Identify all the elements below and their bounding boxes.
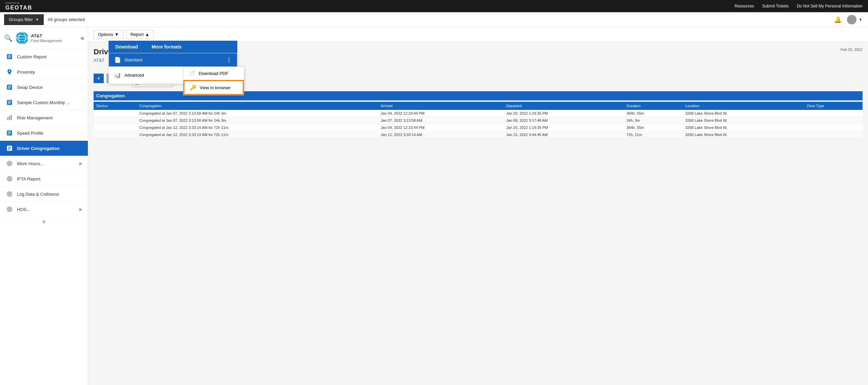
cell-departed: Jan 08, 2022 3:17:48 AM [504,117,624,124]
sidebar-item-hos[interactable]: HOS... ▶ [0,202,88,217]
options-arrow-icon: ▼ [115,32,119,37]
powered-by: powered by GEOTAB [5,1,32,11]
top-right-icons: 🔔 ▼ [834,15,863,24]
sidebar-item-log-data[interactable]: Log Data & Collisions [0,187,88,202]
format-item-standard[interactable]: 📄 Standard ⋮ [109,53,237,67]
standard-dots-icon[interactable]: ⋮ [226,57,232,63]
more-formats-tab[interactable]: More formats [145,41,189,53]
cell-location: 3268 Lake Shore Blvd W, [683,124,804,131]
risk-management-label: Risk Management [17,115,53,120]
cell-duration: 72h, 11m [624,131,683,138]
advanced-label: Advanced [124,73,144,78]
col-arrived: Arrived [378,102,504,110]
company-sub: Fleet Management [31,39,62,43]
sidebar-item-work-hours[interactable]: Work Hours... ▶ [0,156,88,171]
download-pdf-label: Download PDF [199,71,228,76]
sidebar: 🔍 AT&T Fleet Management ◀ [0,27,88,385]
report-button[interactable]: Report ▲ [126,30,154,39]
custom-report-icon [5,53,14,61]
logo-area: powered by GEOTAB [5,1,32,11]
submit-tickets-link[interactable]: Submit Tickets [762,4,789,8]
sidebar-item-swap-device[interactable]: Swap Device [0,80,88,95]
download-pdf-item[interactable]: 📄 Download PDF [183,67,244,80]
standard-doc-icon: 📄 [114,57,121,63]
cell-departed: Jan 20, 2022 1:19:35 PM [504,110,624,117]
cell-device [94,110,137,117]
view-browser-item[interactable]: 🔑 View in browser [183,80,244,95]
pdf-icon: 📄 [189,70,195,76]
sample-custom-monthly-label: Sample Custom Monthly ... [17,100,70,105]
cell-zone-type [804,131,863,138]
sidebar-scroll-down[interactable]: ▼ [0,217,88,227]
sidebar-item-custom-report[interactable]: Custom Report [0,49,88,64]
sample-custom-monthly-icon [5,98,14,107]
groups-filter-button[interactable]: Groups filter ▼ [4,14,44,25]
notification-bell-icon[interactable]: 🔔 [834,16,842,23]
options-button[interactable]: Options ▼ [94,30,123,39]
data-table: Device Congregation Arrived Departed Dur… [94,102,863,138]
cell-departed: Jan 20, 2022 1:19:35 PM [504,124,624,131]
sidebar-item-risk-management[interactable]: Risk Management [0,110,88,126]
user-area[interactable]: ▼ [847,15,863,24]
proximity-icon [5,68,14,76]
logo-text: GEOTAB [5,4,32,11]
content-area: Options ▼ Report ▲ Download More formats [88,27,868,385]
top-nav-links: Resources Submit Tickets Do Not Sell My … [735,4,863,8]
svg-point-10 [7,207,13,212]
cell-arrived: Jan 04, 2022 12:23:44 PM [378,124,504,131]
sidebar-item-driver-congregation[interactable]: Driver Congregation [0,141,88,156]
col-duration: Duration [624,102,683,110]
advanced-submenu: 📄 Download PDF 🔑 View in browser [183,66,244,95]
svg-rect-4 [7,117,8,120]
report-date-info: Feb 02, 2022 [841,47,863,52]
congregation-header-label: Congregation [96,93,125,98]
report-arrow-icon: ▲ [145,32,150,37]
resources-link[interactable]: Resources [735,4,754,8]
cell-location: 3260 Lake Shore Blvd W, [683,131,804,138]
log-data-icon [5,190,14,198]
driver-congregation-icon [5,144,14,152]
do-not-sell-link[interactable]: Do Not Sell My Personal Information [797,4,863,8]
table-header: Device Congregation Arrived Departed Dur… [94,102,863,110]
table-row[interactable]: Congregated at Jan 12, 2022 3:33:14 AM f… [94,124,863,131]
table-row[interactable]: Congregated at Jan 07, 2022 3:13:58 AM f… [94,110,863,117]
standard-label: Standard [124,57,142,62]
sidebar-item-speed-profile[interactable]: Speed Profile [0,126,88,141]
table-header-row: Device Congregation Arrived Departed Dur… [94,102,863,110]
sidebar-collapse-button[interactable]: ◀ [80,35,84,41]
col-congregation: Congregation [137,102,378,110]
options-label: Options [98,32,113,37]
svg-point-8 [7,176,13,182]
svg-rect-5 [9,116,10,120]
groups-selection-text: All groups selected [48,17,85,22]
cell-device [94,131,137,138]
col-departed: Departed [504,102,624,110]
sidebar-item-ifta-report[interactable]: IFTA Report [0,171,88,187]
driver-congregation-label: Driver Congregation [17,146,60,151]
cell-duration: 384h, 55m [624,124,683,131]
speed-profile-label: Speed Profile [17,131,43,136]
att-logo-ball [16,32,28,44]
download-tab[interactable]: Download [108,41,145,53]
cell-device [94,124,137,131]
table-row[interactable]: Congregated at Jan 07, 2022 3:13:58 AM f… [94,117,863,124]
cell-congregation: Congregated at Jan 07, 2022 3:13:58 AM f… [137,117,378,124]
speed-profile-icon [5,129,14,137]
search-icon[interactable]: 🔍 [4,34,13,42]
cell-location: 3260 Lake Shore Blvd W, [683,117,804,124]
browser-icon: 🔑 [190,84,196,91]
report-toolbar: Options ▼ Report ▲ Download More formats [88,27,868,42]
sidebar-item-sample-custom-monthly[interactable]: Sample Custom Monthly ... [0,95,88,110]
view-browser-label: View in browser [200,85,231,90]
sidebar-item-proximity[interactable]: Proximity [0,64,88,80]
cell-congregation: Congregated at Jan 12, 2022 3:33:14 AM f… [137,131,378,138]
sidebar-header: 🔍 AT&T Fleet Management ◀ [0,27,88,49]
col-location: Location [683,102,804,110]
table-row[interactable]: Congregated at Jan 12, 2022 3:33:14 AM f… [94,131,863,138]
hos-icon [5,205,14,213]
cell-arrived: Jan 04, 2022 12:23:44 PM [378,110,504,117]
zoom-in-button[interactable]: + [94,74,104,83]
user-dropdown-arrow-icon: ▼ [859,17,863,22]
swap-device-label: Swap Device [17,85,43,90]
proximity-label: Proximity [17,70,35,75]
